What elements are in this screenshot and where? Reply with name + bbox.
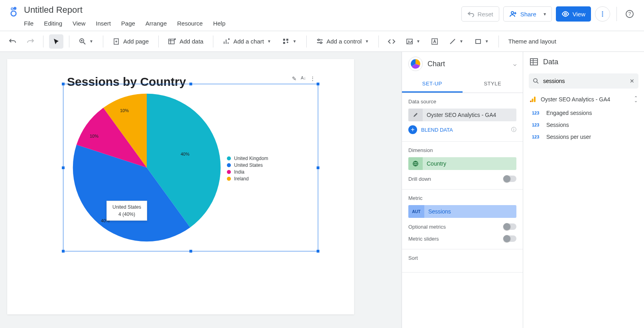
report-title[interactable]: Untitled Report: [24, 4, 461, 18]
search-box[interactable]: ✕: [529, 73, 638, 89]
looker-studio-logo-icon: [8, 6, 19, 17]
resize-handle[interactable]: [317, 166, 319, 169]
metric-sliders-toggle[interactable]: [504, 235, 516, 242]
section-label-metric: Metric: [408, 195, 516, 201]
drill-down-toggle[interactable]: [504, 176, 516, 182]
share-dropdown-button[interactable]: ▼: [538, 6, 552, 22]
optional-metrics-toggle[interactable]: [504, 223, 516, 230]
community-viz-button[interactable]: ▼: [278, 34, 301, 49]
resize-handle[interactable]: [189, 83, 192, 85]
help-icon: ?: [625, 10, 634, 18]
edit-icon[interactable]: ✎: [292, 75, 297, 82]
more-options-button[interactable]: [595, 6, 610, 22]
legend-item[interactable]: India: [227, 169, 268, 175]
zoom-icon: [79, 38, 86, 45]
dimension-chip[interactable]: Country: [408, 157, 516, 170]
add-data-button[interactable]: Add data: [164, 34, 207, 49]
shape-button[interactable]: ▼: [471, 34, 493, 49]
line-button[interactable]: ▼: [445, 34, 467, 49]
embed-button[interactable]: [384, 34, 399, 49]
properties-panel: Chart ⌵ SET-UP STYLE Data source Oyster …: [402, 52, 523, 328]
dimension-name: Country: [423, 160, 450, 167]
chevron-down-icon[interactable]: ⌵: [513, 61, 516, 67]
help-button[interactable]: ?: [623, 10, 636, 18]
menu-editing[interactable]: Editing: [44, 20, 62, 27]
image-icon: [406, 38, 413, 45]
add-control-button[interactable]: Add a control▼: [312, 34, 373, 49]
section-label-sort: Sort: [408, 255, 516, 261]
sort-icon[interactable]: A↓: [301, 75, 306, 82]
menu-help[interactable]: Help: [213, 20, 225, 27]
report-page[interactable]: Sessions by Country ✎ A↓ ⋮: [7, 59, 354, 314]
theme-layout-button[interactable]: Theme and layout: [504, 34, 560, 49]
svg-rect-14: [286, 39, 288, 41]
svg-point-19: [408, 40, 410, 41]
menu-file[interactable]: File: [24, 20, 33, 27]
toolbar: ▼ Add page Add data Add a chart▼ ▼ Add a…: [0, 31, 644, 52]
chart-selection[interactable]: ✎ A↓ ⋮ 40% 40%: [63, 84, 318, 251]
canvas[interactable]: Sessions by Country ✎ A↓ ⋮: [0, 52, 402, 328]
resize-handle[interactable]: [62, 83, 65, 85]
svg-point-1: [11, 8, 13, 10]
data-source-chip[interactable]: Oyster SEO Analytics - GA4: [408, 109, 516, 121]
redo-button[interactable]: [23, 34, 37, 49]
clear-icon[interactable]: ✕: [630, 78, 634, 84]
resize-handle[interactable]: [62, 166, 65, 169]
undo-icon: [467, 10, 475, 18]
menu-resource[interactable]: Resource: [177, 20, 203, 27]
metric-type-badge: AUT: [408, 205, 424, 218]
legend-label: India: [234, 169, 244, 175]
metric-chip[interactable]: AUT Sessions: [408, 205, 516, 218]
svg-point-5: [602, 11, 603, 12]
resize-handle[interactable]: [62, 250, 65, 253]
svg-point-16: [318, 39, 319, 41]
field-item[interactable]: 123Sessions: [523, 119, 644, 131]
add-chart-button[interactable]: Add a chart▼: [219, 34, 275, 49]
section-label-datasource: Data source: [408, 99, 516, 105]
resize-handle[interactable]: [189, 250, 192, 253]
legend-item[interactable]: Ireland: [227, 176, 268, 182]
field-item[interactable]: 123Engaged sessions: [523, 107, 644, 119]
reset-button[interactable]: Reset: [461, 6, 499, 22]
pie-chart[interactable]: 40% 40% 10% 10%: [69, 90, 225, 245]
more-vert-icon: [599, 11, 606, 17]
svg-rect-26: [532, 99, 534, 102]
legend-item[interactable]: United Kingdom: [227, 156, 268, 161]
chart-type-icon[interactable]: [408, 57, 423, 71]
expand-icon[interactable]: ⌃⌄: [634, 97, 638, 102]
undo-button[interactable]: [6, 34, 20, 49]
svg-rect-25: [534, 97, 536, 102]
menu-arrange[interactable]: Arrange: [146, 20, 167, 27]
svg-rect-15: [283, 42, 285, 44]
svg-point-27: [530, 101, 532, 102]
add-chart-icon: [223, 38, 230, 45]
svg-text:?: ?: [628, 11, 631, 17]
resize-handle[interactable]: [317, 83, 319, 85]
help-icon[interactable]: ⓘ: [511, 126, 516, 133]
chart-legend: United Kingdom United States India Irela…: [227, 154, 268, 183]
zoom-button[interactable]: ▼: [75, 34, 97, 49]
apps-icon: [282, 38, 290, 45]
text-button[interactable]: [427, 34, 442, 49]
view-button[interactable]: View: [556, 6, 591, 22]
image-button[interactable]: ▼: [402, 34, 424, 49]
select-tool-button[interactable]: [49, 34, 63, 49]
tab-style[interactable]: STYLE: [463, 76, 523, 93]
menu-insert[interactable]: Insert: [96, 20, 111, 27]
tab-setup[interactable]: SET-UP: [402, 76, 463, 93]
legend-item[interactable]: United States: [227, 162, 268, 168]
theme-label: Theme and layout: [508, 38, 556, 45]
share-button[interactable]: Share: [503, 6, 542, 22]
pencil-icon[interactable]: [408, 109, 423, 121]
menu-page[interactable]: Page: [121, 20, 135, 27]
data-source-item[interactable]: Oyster SEO Analytics - GA4 ⌃⌄: [523, 92, 644, 107]
field-item[interactable]: 123Sessions per user: [523, 131, 644, 143]
menu-view[interactable]: View: [73, 20, 85, 27]
resize-handle[interactable]: [317, 250, 319, 253]
caret-down-icon: ▼: [543, 12, 547, 16]
search-input[interactable]: [543, 78, 626, 84]
blend-data-button[interactable]: + BLEND DATA ⓘ: [408, 125, 516, 134]
more-vert-icon[interactable]: ⋮: [310, 75, 315, 82]
legend-label: Ireland: [234, 176, 249, 182]
add-page-button[interactable]: Add page: [109, 34, 153, 49]
